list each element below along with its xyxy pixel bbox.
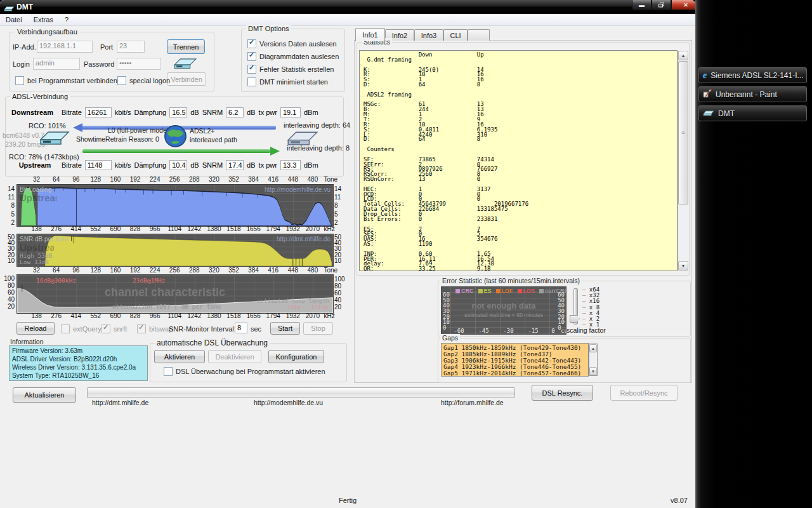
login-input[interactable]: admin: [33, 58, 80, 70]
option-errorstat-row[interactable]: Fehler Statistik erstellen: [247, 65, 334, 74]
bitrate-label: Bitrate: [62, 109, 82, 116]
menu-help[interactable]: ?: [59, 15, 74, 25]
status-bar: Fertig v8.07: [0, 493, 695, 508]
port-label: Port: [100, 43, 113, 51]
snr-chart-url: http://dmt.mhilfe.de: [277, 236, 331, 243]
snrft-checkbox[interactable]: [102, 324, 110, 333]
deactivate-button[interactable]: Deaktivieren: [208, 350, 261, 363]
gaps-scroll-up-icon[interactable]: ▲: [589, 344, 597, 352]
dbm-unit-up: dBm: [304, 161, 318, 169]
taskbar-button-label: Unbenannt - Paint: [716, 90, 777, 99]
tab-cli[interactable]: CLI: [443, 29, 468, 41]
reboot-resync-button[interactable]: Reboot/Resync: [610, 385, 678, 401]
dsl-resync-button[interactable]: DSL Resync.: [532, 385, 593, 401]
down-snrm-input[interactable]: 6.2: [226, 107, 244, 117]
menu-extras[interactable]: Extras: [28, 15, 59, 25]
error-stat-title: Error Statistic (last 60 minutes/15min.i…: [440, 277, 582, 284]
stop-button[interactable]: Stop: [303, 322, 333, 335]
ie-icon: e: [703, 70, 707, 81]
modem-icon: [38, 128, 71, 149]
bit-chart-yaxis-left: 1411852: [3, 185, 15, 227]
monitor-autostart-checkbox[interactable]: [164, 367, 173, 376]
extquery-checkbox[interactable]: [61, 324, 70, 333]
taskbar-button-dmt[interactable]: DMT: [698, 105, 807, 121]
minimize-button[interactable]: ▬: [632, 0, 652, 10]
taskbar-button-paint[interactable]: Unbenannt - Paint: [698, 86, 807, 102]
link-dmt-mhilfe[interactable]: http://dmt.mhilfe.de: [92, 399, 148, 406]
configuration-button[interactable]: Konfiguration: [268, 350, 324, 363]
ip-input[interactable]: 192.168.1.1: [37, 41, 93, 53]
statistics-scrollbar[interactable]: ▲ ≡ ▼: [678, 51, 688, 271]
option-diagram-row[interactable]: Diagrammdaten auslesen: [247, 52, 339, 61]
special-logon-checkbox[interactable]: [117, 76, 126, 85]
port-input[interactable]: 23: [117, 41, 145, 53]
reload-button[interactable]: Reload: [16, 322, 55, 335]
monitor-autostart-label: DSL Überwachung bei Programmstart aktivi…: [176, 368, 325, 375]
snr-chart-yaxis-left: 5040302010: [3, 234, 15, 264]
diagram-checkbox[interactable]: [247, 52, 256, 61]
login-label: Login: [13, 60, 30, 68]
monitor-autostart-row[interactable]: DSL Überwachung bei Programmstart aktivi…: [164, 367, 325, 376]
extquery-row[interactable]: extQuery: [61, 324, 102, 333]
minimized-checkbox[interactable]: [247, 77, 256, 86]
gaps-listbox[interactable]: Gap1 1850kHz-1859kHz (Tone429-Tone430) G…: [441, 343, 589, 377]
down-att-input[interactable]: 16.5: [169, 107, 187, 117]
taskbar-button-siemens[interactable]: e Siemens ADSL SL2-141-I...: [698, 67, 807, 83]
upstream-label: Upstream: [11, 161, 58, 169]
link-modemhilfe[interactable]: http://modemhilfe.de.vu: [254, 399, 323, 406]
channel-annotation-300khz: 16dB@300kHz: [36, 277, 76, 284]
scrollbar-thumb[interactable]: ≡: [678, 61, 688, 204]
statistics-text[interactable]: Down Up G.dmt framing K: 245(0) 14 R: 10…: [359, 50, 678, 271]
autostart-checkbox-row[interactable]: bei Programmstart verbinden: [15, 76, 117, 85]
bit-chart-watermark: Upstream: [20, 192, 56, 203]
option-versions-row[interactable]: Versions Daten auslesen: [247, 39, 337, 48]
close-button[interactable]: ✕: [671, 0, 695, 10]
tab-blank[interactable]: [468, 29, 490, 41]
bitswap-row[interactable]: bitswap: [137, 324, 173, 333]
disconnect-button[interactable]: Trennen: [167, 39, 205, 54]
down-bitrate-input[interactable]: 16261: [85, 107, 112, 117]
scroll-up-icon[interactable]: ▲: [678, 51, 688, 60]
snr-chart-tone-axis: 3264961281601922242562883203523844164484…: [16, 267, 337, 274]
special-logon-checkbox-row[interactable]: special logon: [117, 76, 170, 85]
up-txpwr-input[interactable]: 13.3: [280, 160, 301, 170]
errorstat-checkbox[interactable]: [247, 65, 256, 74]
interval-input[interactable]: 8: [235, 323, 247, 333]
channel-watermark: channel characteristic: [105, 286, 225, 299]
title-bar[interactable]: DMT ▬ ✕: [0, 0, 695, 14]
tab-info1[interactable]: Info1: [355, 28, 385, 41]
scroll-down-icon[interactable]: ▼: [678, 261, 688, 271]
restore-button[interactable]: [652, 0, 671, 10]
up-bitrate-input[interactable]: 1148: [85, 160, 112, 170]
downstream-label: Downstream: [11, 109, 58, 116]
snrft-row[interactable]: snrft: [102, 324, 127, 333]
gaps-scrollbar[interactable]: ▲ ▼: [589, 344, 598, 376]
activate-button[interactable]: Aktivieren: [154, 350, 205, 363]
adsl-path-label: interleaved path: [190, 136, 237, 144]
gaps-scroll-down-icon[interactable]: ▼: [589, 367, 597, 375]
connect-button[interactable]: Verbinden: [167, 72, 206, 86]
menu-datei[interactable]: Datei: [0, 15, 28, 25]
up-att-input[interactable]: 10.4: [169, 160, 187, 170]
bit-chart-tone-axis: 3264961281601922242562883203523844164484…: [16, 176, 337, 183]
bitrate-unit-up: kbit/s: [115, 161, 131, 169]
autostart-label: bei Programmstart verbinden: [27, 77, 117, 84]
error-stat-chart: CRCESLOFLOScurrCRC 6050403020100 6050403…: [441, 286, 566, 335]
channel-chart-yaxis-left: 10080604020: [1, 276, 15, 310]
bitswap-checkbox[interactable]: [137, 324, 146, 333]
password-input[interactable]: •••••: [117, 58, 161, 70]
autostart-checkbox[interactable]: [15, 76, 24, 85]
error-stat-legend: CRCESLOFLOScurrCRC: [455, 288, 566, 294]
start-button[interactable]: Start: [270, 322, 300, 335]
link-forum-mhilfe[interactable]: http://forum.mhilfe.de: [441, 399, 504, 406]
tab-info3[interactable]: Info3: [414, 29, 443, 41]
bitrate-unit: kbit/s: [115, 109, 131, 116]
errorstat-label: Fehler Statistik erstellen: [259, 65, 334, 73]
up-snrm-input[interactable]: 17.4: [226, 160, 244, 170]
password-label: Password: [84, 60, 114, 68]
connection-group-label: Verbindungsaufbau: [15, 28, 79, 36]
down-txpwr-input[interactable]: 19.1: [280, 107, 301, 117]
refresh-button[interactable]: Aktualisieren: [13, 387, 76, 403]
option-minimized-row[interactable]: DMT minimiert starten: [247, 77, 328, 86]
versions-checkbox[interactable]: [247, 39, 256, 48]
